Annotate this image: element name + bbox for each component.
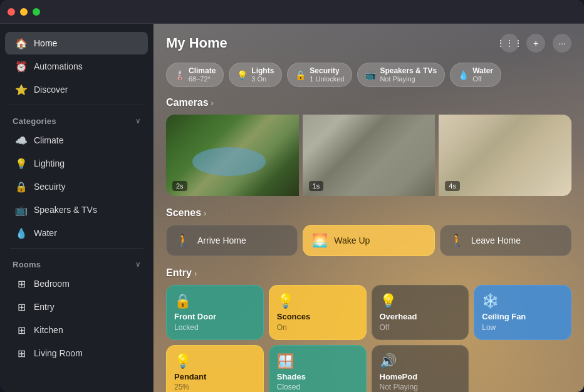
sidebar-item-security-label: Secuirty (34, 182, 66, 192)
minimize-button[interactable] (20, 8, 28, 16)
sidebar-item-entry[interactable]: ⊞ Entry (5, 296, 148, 318)
water-pill-text: Water Off (472, 67, 493, 83)
front-door-text: Front Door Locked (174, 312, 256, 332)
homepod-status: Not Playing (380, 383, 461, 391)
kitchen-icon: ⊞ (15, 324, 28, 336)
overhead-name: Overhead (380, 312, 461, 322)
add-button[interactable]: + (526, 34, 545, 53)
camera-3-timestamp: 4s (445, 181, 460, 191)
maximize-button[interactable] (33, 8, 40, 16)
sidebar-item-automations[interactable]: ⏰ Automations (5, 55, 148, 78)
close-button[interactable] (8, 8, 15, 16)
arrive-home-label: Arrive Home (197, 235, 246, 245)
climate-pill[interactable]: 🌡️ Climate 68–72° (166, 63, 224, 87)
climate-pill-text: Climate 68–72° (189, 67, 216, 83)
sidebar-item-home-label: Home (34, 38, 57, 48)
device-ceiling-fan[interactable]: ❄️ Ceiling Fan Low (474, 285, 571, 340)
siri-button[interactable]: ⋮⋮⋮ (500, 34, 519, 53)
pendant-status: 25% (174, 383, 256, 391)
main-content: My Home ⋮⋮⋮ + ··· (154, 24, 584, 392)
camera-2-timestamp: 1s (309, 181, 324, 191)
discover-icon: ⭐ (15, 83, 28, 96)
camera-1-timestamp: 2s (172, 181, 187, 191)
device-overhead[interactable]: 💡 Overhead Off (372, 285, 469, 340)
sconces-text: Sconces On (277, 312, 358, 332)
climate-pill-value: 68–72° (189, 75, 216, 83)
camera-tile-2[interactable]: 1s (303, 115, 435, 196)
sidebar-item-speakers[interactable]: 📺 Speakers & TVs (5, 199, 148, 221)
pendant-name: Pendant (174, 372, 256, 382)
sidebar-item-discover-label: Discover (34, 85, 68, 95)
speakers-pill[interactable]: 📺 Speakers & TVs Not Playing (357, 63, 445, 87)
homepod-text: HomePod Not Playing (380, 372, 461, 392)
header-actions: ⋮⋮⋮ + ··· (500, 34, 571, 53)
divider-2 (10, 248, 143, 249)
lights-pill-text: Lights 3 On (251, 67, 274, 83)
overhead-status: Off (380, 323, 461, 332)
device-homepod[interactable]: 🔊 HomePod Not Playing (372, 345, 469, 392)
scene-wake-up[interactable]: 🌅 Wake Up (303, 225, 434, 256)
climate-pill-icon: 🌡️ (174, 70, 185, 80)
entry-chevron: › (194, 269, 197, 278)
shades-text: Shades Closed (277, 372, 358, 392)
wake-up-label: Wake Up (334, 235, 370, 245)
pool (192, 147, 265, 176)
water-pill[interactable]: 💧 Water Off (450, 63, 501, 87)
water-pill-icon: 💧 (458, 70, 469, 80)
sidebar-item-security[interactable]: 🔒 Secuirty (5, 175, 148, 198)
more-button[interactable]: ··· (553, 34, 571, 53)
homepod-icon: 🔊 (380, 353, 461, 369)
pendant-text: Pendant 25% (174, 372, 256, 392)
ceiling-fan-name: Ceiling Fan (482, 312, 563, 322)
sidebar-item-bedroom-label: Bedroom (34, 279, 70, 289)
scene-arrive-home[interactable]: 🚶 Arrive Home (166, 225, 298, 256)
main-inner: My Home ⋮⋮⋮ + ··· (154, 24, 584, 392)
sidebar-item-kitchen[interactable]: ⊞ Kitchen (5, 319, 148, 341)
rooms-label: Rooms (13, 260, 41, 269)
security-pill[interactable]: 🔒 Security 1 Unlocked (287, 63, 352, 87)
sidebar-item-living-room[interactable]: ⊞ Living Room (5, 342, 148, 364)
sidebar: 🏠 Home ⏰ Automations ⭐ Discover Categori… (0, 24, 154, 392)
front-door-status: Locked (174, 323, 256, 332)
sconces-name: Sconces (277, 312, 358, 322)
speakers-pill-value: Not Playing (380, 75, 437, 83)
sidebar-item-discover[interactable]: ⭐ Discover (5, 78, 148, 101)
cameras-section-title: Cameras (166, 97, 209, 108)
sidebar-item-lighting[interactable]: 💡 Lighting (5, 152, 148, 175)
sidebar-item-water[interactable]: 💧 Water (5, 222, 148, 244)
overhead-icon: 💡 (380, 293, 461, 309)
front-door-name: Front Door (174, 312, 256, 322)
lights-pill-value: 3 On (251, 75, 274, 83)
sidebar-item-water-label: Water (34, 228, 57, 238)
rooms-chevron: ∨ (135, 260, 140, 269)
scenes-row: 🚶 Arrive Home 🌅 Wake Up 🚶 Leave Home (166, 225, 571, 256)
pendant-icon: 💡 (174, 353, 256, 369)
speakers-pill-label: Speakers & TVs (380, 67, 437, 75)
device-sconces[interactable]: 💡 Sconces On (269, 285, 367, 340)
camera-tile-1[interactable]: 2s (166, 115, 299, 196)
sidebar-item-bedroom[interactable]: ⊞ Bedroom (5, 272, 148, 295)
device-pendant[interactable]: 💡 Pendant 25% (166, 345, 264, 392)
camera-tile-3[interactable]: 4s (439, 115, 571, 196)
shades-icon: 🪟 (277, 353, 358, 369)
scene-leave-home[interactable]: 🚶 Leave Home (440, 225, 571, 256)
shades-status: Closed (277, 383, 358, 391)
sidebar-item-speakers-label: Speakers & TVs (34, 205, 97, 215)
lights-pill[interactable]: 💡 Lights 3 On (229, 63, 282, 87)
speakers-pill-text: Speakers & TVs Not Playing (380, 67, 437, 83)
arrive-home-icon: 🚶 (175, 233, 191, 248)
rooms-header: Rooms ∨ (0, 252, 153, 272)
device-shades[interactable]: 🪟 Shades Closed (269, 345, 367, 392)
scenes-section-header: Scenes › (166, 207, 571, 219)
security-pill-label: Security (310, 67, 344, 75)
cameras-chevron: › (211, 98, 214, 108)
living-room-icon: ⊞ (15, 347, 28, 359)
entry-section-header: Entry › (166, 267, 571, 279)
wake-up-icon: 🌅 (312, 233, 328, 248)
sidebar-item-climate[interactable]: ☁️ Climate (5, 129, 148, 152)
categories-chevron: ∨ (135, 117, 140, 125)
sconces-icon: 💡 (277, 293, 358, 309)
speakers-pill-icon: 📺 (365, 70, 376, 80)
sidebar-item-home[interactable]: 🏠 Home (5, 32, 148, 54)
device-front-door[interactable]: 🔒 Front Door Locked (166, 285, 264, 340)
